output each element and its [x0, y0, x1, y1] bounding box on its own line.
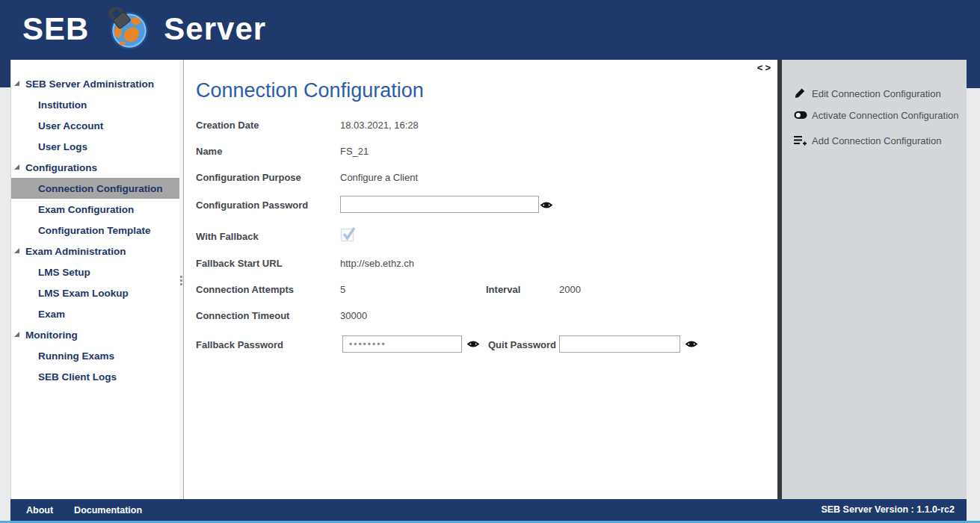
header-corner-left: [0, 60, 10, 87]
navigation-sidebar: SEB Server Administration Institution Us…: [10, 60, 179, 499]
version-text: SEB Server Version : 1.1.0-rc2: [821, 499, 955, 521]
fallback-password-input[interactable]: [342, 335, 462, 353]
sidebar-item-exam-administration[interactable]: Exam Administration: [11, 241, 180, 262]
connection-timeout-value: 30000: [340, 310, 367, 321]
globe-padlock-icon: [107, 7, 150, 51]
tree-expand-icon[interactable]: [14, 332, 19, 337]
scroll-right-icon[interactable]: >: [765, 62, 773, 73]
sidebar-item-exam[interactable]: Exam: [11, 303, 180, 324]
show-fallback-password-icon[interactable]: [467, 338, 479, 350]
page-title: Connection Configuration: [196, 79, 424, 102]
sidebar-item-connection-configuration[interactable]: Connection Configuration: [11, 178, 180, 199]
activate-connection-configuration-action[interactable]: Activate Connection Configuration: [782, 108, 967, 122]
sidebar-item-lms-exam-lookup[interactable]: LMS Exam Lookup: [11, 282, 180, 303]
scroll-left-icon[interactable]: <: [757, 62, 765, 73]
sidebar-item-running-exams[interactable]: Running Exams: [11, 345, 180, 366]
with-fallback-label: With Fallback: [196, 231, 259, 242]
navigation-tree: SEB Server Administration Institution Us…: [11, 73, 180, 387]
name-label: Name: [196, 146, 222, 157]
app-footer: About Documentation SEB Server Version :…: [10, 499, 967, 521]
tree-expand-icon[interactable]: [14, 248, 19, 253]
connection-timeout-label: Connection Timeout: [196, 310, 289, 321]
fallback-password-label: Fallback Password: [196, 339, 283, 350]
configuration-password-label: Configuration Password: [196, 199, 308, 211]
fallback-start-url-label: Fallback Start URL: [196, 258, 283, 269]
about-link[interactable]: About: [26, 505, 53, 516]
show-quit-password-icon[interactable]: [685, 338, 697, 350]
tree-expand-icon[interactable]: [14, 164, 19, 170]
tree-expand-icon[interactable]: [14, 81, 19, 86]
sidebar-item-seb-server-administration[interactable]: SEB Server Administration: [11, 73, 180, 94]
name-value: FS_21: [340, 146, 369, 157]
sidebar-item-configurations[interactable]: Configurations: [11, 157, 180, 178]
add-connection-configuration-action[interactable]: Add Connection Configuration: [782, 134, 967, 147]
content-scroll-arrows[interactable]: <>: [757, 62, 773, 73]
with-fallback-checkbox[interactable]: [340, 226, 360, 242]
configuration-purpose-label: Configuration Purpose: [196, 172, 301, 183]
show-password-icon[interactable]: [540, 199, 552, 211]
add-list-icon: [794, 134, 807, 146]
documentation-link[interactable]: Documentation: [74, 505, 142, 516]
sidebar-item-institution[interactable]: Institution: [11, 94, 180, 115]
quit-password-label: Quit Password: [488, 339, 556, 350]
sash-grip-icon: [180, 274, 182, 287]
toggle-icon: [794, 109, 807, 121]
main-content: <> Connection Configuration Creation Dat…: [184, 60, 777, 499]
sidebar-item-exam-configuration[interactable]: Exam Configuration: [11, 199, 180, 220]
configuration-purpose-value: Configure a Client: [340, 172, 418, 183]
seb-server-app: SEB Server SEB Server Administration: [0, 0, 980, 523]
edit-connection-configuration-action[interactable]: Edit Connection Configuration: [782, 87, 967, 100]
sidebar-item-lms-setup[interactable]: LMS Setup: [11, 262, 180, 282]
fallback-start-url-value: http://seb.ethz.ch: [340, 258, 414, 269]
sidebar-item-seb-client-logs[interactable]: SEB Client Logs: [11, 366, 180, 387]
creation-date-value: 18.03.2021, 16:28: [340, 120, 419, 131]
connection-attempts-label: Connection Attempts: [196, 284, 294, 295]
app-logo: SEB Server: [22, 7, 266, 51]
pencil-icon: [794, 87, 807, 99]
configuration-password-input[interactable]: [340, 196, 539, 213]
sidebar-item-user-logs[interactable]: User Logs: [11, 136, 180, 157]
creation-date-label: Creation Date: [196, 120, 259, 131]
sidebar-item-monitoring[interactable]: Monitoring: [11, 324, 180, 345]
connection-attempts-value: 5: [340, 284, 345, 295]
sidebar-item-user-account[interactable]: User Account: [11, 115, 180, 136]
quit-password-input[interactable]: [559, 335, 680, 353]
app-header: SEB Server: [0, 0, 980, 60]
logo-text-seb: SEB: [22, 11, 89, 47]
interval-label: Interval: [486, 284, 520, 295]
interval-value: 2000: [559, 284, 581, 295]
logo-text-server: Server: [164, 11, 266, 47]
actions-panel: Edit Connection Configuration Activate C…: [782, 60, 967, 499]
sidebar-item-configuration-template[interactable]: Configuration Template: [11, 220, 180, 241]
